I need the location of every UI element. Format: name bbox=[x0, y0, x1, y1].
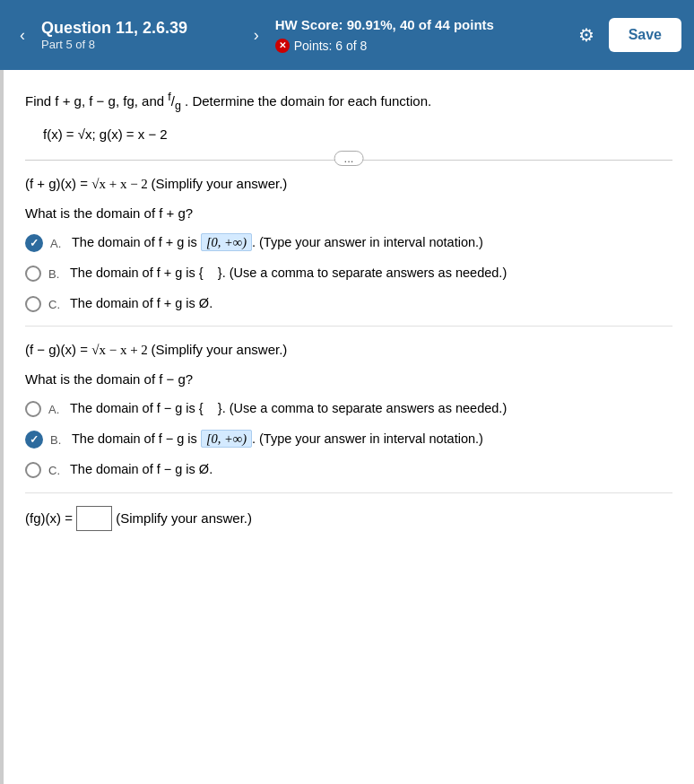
fg-minus-options: A. The domain of f − g is { }. (Use a co… bbox=[25, 399, 672, 479]
main-content: Find f + g, f − g, fg, and f/g . Determi… bbox=[0, 70, 694, 784]
fg-minus-label-A: A. bbox=[48, 401, 63, 419]
fg-product-input[interactable] bbox=[76, 506, 112, 531]
question-subtitle: Part 5 of 8 bbox=[41, 38, 238, 51]
fg-plus-radio-A[interactable] bbox=[25, 234, 43, 252]
hw-score-label: HW Score: 90.91%, 40 of 44 points bbox=[275, 14, 569, 36]
question-info: Question 11, 2.6.39 Part 5 of 8 bbox=[41, 19, 238, 51]
fg-minus-text-C: The domain of f − g is Ø. bbox=[70, 460, 672, 480]
save-button[interactable]: Save bbox=[609, 18, 681, 52]
fg-plus-text-B: The domain of f + g is { }. (Use a comma… bbox=[70, 264, 672, 283]
fraction-numerator: f bbox=[168, 91, 170, 103]
fg-plus-radio-B[interactable] bbox=[25, 266, 41, 282]
fg-minus-option-C[interactable]: C. The domain of f − g is Ø. bbox=[25, 460, 672, 480]
fg-minus-text-A: The domain of f − g is { }. (Use a comma… bbox=[70, 399, 672, 419]
fg-plus-text-C: The domain of f + g is Ø. bbox=[70, 294, 672, 314]
cancel-icon: ✕ bbox=[275, 39, 290, 53]
fg-minus-radio-A[interactable] bbox=[25, 401, 41, 417]
fraction-denominator: g bbox=[175, 100, 181, 112]
fg-minus-label-C: C. bbox=[48, 462, 63, 480]
header: ‹ Question 11, 2.6.39 Part 5 of 8 › HW S… bbox=[0, 0, 694, 70]
fg-minus-value: √x − x + 2 bbox=[91, 343, 151, 357]
fg-minus-option-B[interactable]: B. The domain of f − g is [0, +∞). (Type… bbox=[25, 430, 672, 449]
problem-functions: f(x) = √x; g(x) = x − 2 bbox=[43, 124, 672, 145]
fg-plus-option-B[interactable]: B. The domain of f + g is { }. (Use a co… bbox=[25, 264, 672, 283]
fg-minus-domain-question: What is the domain of f − g? bbox=[25, 371, 672, 387]
fg-minus-interval-B: [0, +∞) bbox=[201, 430, 252, 448]
fg-plus-answer: (f + g)(x) = √x + x − 2 (Simplify your a… bbox=[25, 173, 672, 195]
fg-minus-option-A[interactable]: A. The domain of f − g is { }. (Use a co… bbox=[25, 399, 672, 419]
hw-score-block: HW Score: 90.91%, 40 of 44 points ✕ Poin… bbox=[275, 14, 569, 56]
fg-minus-text-B: The domain of f − g is [0, +∞). (Type yo… bbox=[72, 430, 672, 449]
fg-plus-radio-C[interactable] bbox=[25, 296, 41, 312]
divider-dots: ... bbox=[334, 151, 364, 166]
fg-plus-interval-A: [0, +∞) bbox=[201, 233, 252, 251]
problem-statement: Find f + g, f − g, fg, and f/g . Determi… bbox=[25, 88, 672, 115]
question-title: Question 11, 2.6.39 bbox=[41, 19, 238, 38]
prev-button[interactable]: ‹ bbox=[13, 22, 32, 48]
fg-plus-option-C[interactable]: C. The domain of f + g is Ø. bbox=[25, 294, 672, 314]
next-button[interactable]: › bbox=[247, 22, 266, 48]
fg-plus-option-A[interactable]: A. The domain of f + g is [0, +∞). (Type… bbox=[25, 233, 672, 253]
fg-plus-options: A. The domain of f + g is [0, +∞). (Type… bbox=[25, 233, 672, 313]
fg-minus-radio-B[interactable] bbox=[25, 431, 43, 449]
section-hr-2 bbox=[25, 492, 672, 493]
fg-plus-text-A: The domain of f + g is [0, +∞). (Type yo… bbox=[72, 233, 672, 253]
fg-product-answer: (fg)(x) = (Simplify your answer.) bbox=[25, 506, 672, 531]
fg-minus-label-B: B. bbox=[50, 431, 65, 449]
settings-icon[interactable]: ⚙ bbox=[578, 24, 594, 46]
fg-plus-label-A: A. bbox=[50, 235, 65, 253]
section-divider-dots: ... bbox=[25, 160, 672, 161]
fg-minus-answer: (f − g)(x) = √x − x + 2 (Simplify your a… bbox=[25, 339, 672, 361]
fg-plus-label-C: C. bbox=[48, 296, 63, 314]
section-hr-1 bbox=[25, 326, 672, 327]
fg-minus-radio-C[interactable] bbox=[25, 462, 41, 478]
fg-plus-value: √x + x − 2 bbox=[91, 177, 151, 191]
fg-plus-label-B: B. bbox=[48, 266, 63, 283]
points-line: ✕ Points: 6 of 8 bbox=[275, 36, 569, 56]
fg-plus-domain-question: What is the domain of f + g? bbox=[25, 205, 672, 221]
points-label: Points: 6 of 8 bbox=[294, 36, 368, 56]
